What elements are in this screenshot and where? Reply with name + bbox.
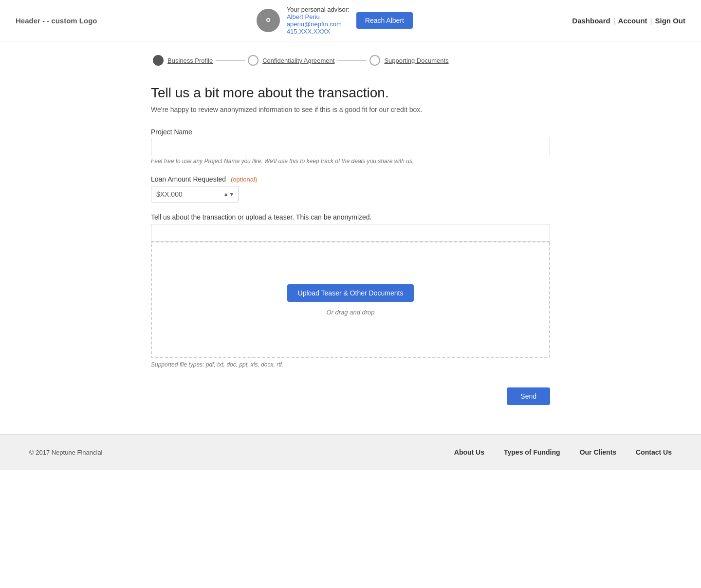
- copyright: © 2017 Neptune Financial: [29, 449, 103, 456]
- step-line-2: [337, 60, 367, 61]
- step-label-1: Business Profile: [167, 57, 213, 64]
- avatar: ⚬: [257, 9, 280, 32]
- page-title: Tell us a bit more about the transaction…: [151, 85, 550, 101]
- step-circle-3: [369, 55, 380, 66]
- dashboard-link[interactable]: Dashboard: [572, 17, 610, 25]
- advisor-name: Albert Periu: [287, 13, 350, 20]
- step-label-2: Confidentiality Agreement: [262, 57, 334, 64]
- project-name-hint: Feel free to use any Project Name you li…: [151, 158, 550, 165]
- loan-amount-group: Loan Amount Requested (optional) $XX,000…: [151, 175, 550, 202]
- main-content: Tell us a bit more about the transaction…: [131, 85, 570, 405]
- footer-nav: About Us Types of Funding Our Clients Co…: [454, 448, 672, 456]
- loan-amount-select-wrapper: $XX,000 ▲▼: [151, 186, 239, 202]
- step-label-3: Supporting Documents: [384, 57, 448, 64]
- project-name-label: Project Name: [151, 128, 550, 136]
- advisor-phone: 415.XXX.XXXX: [287, 28, 350, 35]
- site-footer: © 2017 Neptune Financial About Us Types …: [0, 434, 701, 470]
- drag-drop-label: Or drag and drop: [326, 309, 374, 316]
- page-subtitle: We're happy to review anonymized informa…: [151, 106, 550, 113]
- step-circle-2: [248, 55, 258, 66]
- nav-separator-1: |: [613, 17, 615, 25]
- transaction-label: Tell us about the transaction or upload …: [151, 213, 550, 221]
- transaction-input[interactable]: [151, 224, 550, 241]
- advisor-label: Your personal advisor:: [287, 6, 350, 13]
- footer-link-types-of-funding[interactable]: Types of Funding: [504, 448, 560, 456]
- footer-link-our-clients[interactable]: Our Clients: [580, 448, 616, 456]
- loan-optional-badge: (optional): [231, 176, 257, 183]
- advisor-email: aperiu@nepfin.com: [287, 20, 350, 28]
- upload-button[interactable]: Upload Teaser & Other Documents: [287, 284, 414, 302]
- step-confidentiality[interactable]: Confidentiality Agreement: [248, 55, 334, 66]
- account-link[interactable]: Account: [618, 17, 647, 25]
- site-header: Header - - custom Logo ⚬ Your personal a…: [0, 0, 701, 41]
- project-name-group: Project Name Feel free to use any Projec…: [151, 128, 550, 165]
- send-row: Send: [151, 387, 550, 405]
- send-button[interactable]: Send: [507, 387, 550, 405]
- footer-link-about-us[interactable]: About Us: [454, 448, 484, 456]
- header-nav: Dashboard | Account | Sign Out: [572, 17, 685, 25]
- reach-advisor-button[interactable]: Reach Albert: [356, 12, 413, 29]
- step-business-profile[interactable]: Business Profile: [153, 55, 213, 66]
- supported-files-text: Supported file types: pdf, txt, doc, ppt…: [151, 361, 550, 368]
- footer-link-contact-us[interactable]: Contact Us: [636, 448, 672, 456]
- nav-separator-2: |: [650, 17, 652, 25]
- stepper: Business Profile Confidentiality Agreeme…: [0, 41, 701, 71]
- step-line-1: [216, 60, 245, 61]
- step-circle-1: [153, 55, 164, 66]
- upload-area: Upload Teaser & Other Documents Or drag …: [151, 241, 550, 358]
- advisor-info: Your personal advisor: Albert Periu aper…: [287, 6, 350, 35]
- sign-out-link[interactable]: Sign Out: [655, 17, 686, 25]
- step-supporting-docs[interactable]: Supporting Documents: [369, 55, 448, 66]
- project-name-input[interactable]: [151, 139, 550, 155]
- loan-amount-select[interactable]: $XX,000: [151, 186, 239, 202]
- transaction-group: Tell us about the transaction or upload …: [151, 213, 550, 368]
- advisor-section: ⚬ Your personal advisor: Albert Periu ap…: [257, 6, 413, 35]
- loan-amount-label: Loan Amount Requested (optional): [151, 175, 550, 183]
- header-logo: Header - - custom Logo: [16, 17, 97, 25]
